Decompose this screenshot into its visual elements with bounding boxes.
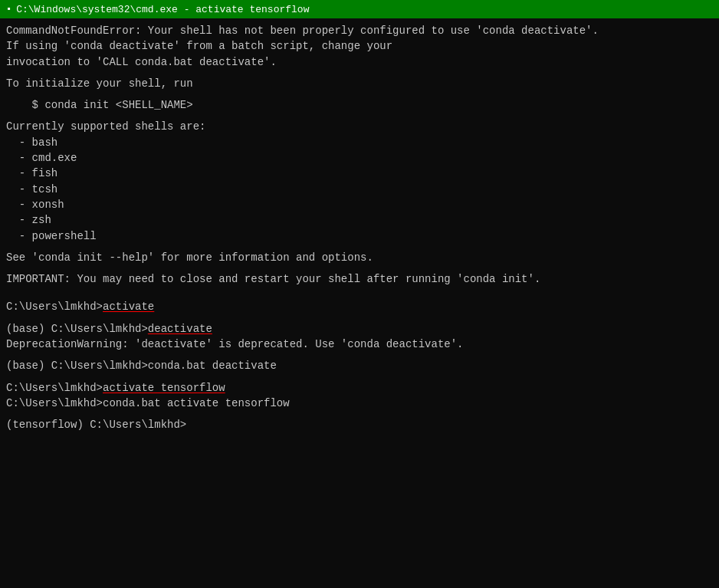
- terminal-line: To initialize your shell, run: [6, 76, 713, 91]
- terminal-line: $ conda init <SHELL_NAME>: [6, 97, 713, 113]
- terminal-line: DeprecationWarning: 'deactivate' is depr…: [6, 337, 713, 352]
- terminal-spacer: [6, 315, 713, 321]
- terminal-spacer: [6, 411, 713, 417]
- terminal-line: C:\Users\lmkhd>activate: [6, 299, 713, 314]
- terminal-spacer: [6, 287, 713, 293]
- terminal-line: CommandNotFoundError: Your shell has not…: [6, 23, 713, 38]
- terminal-line: (base) C:\Users\lmkhd>deactivate: [6, 321, 713, 337]
- terminal-spacer: [6, 91, 713, 97]
- prompt-text: (base) C:\Users\lmkhd>: [6, 323, 148, 335]
- terminal-line: (base) C:\Users\lmkhd>conda.bat deactiva…: [6, 358, 713, 373]
- terminal-line: - tcsh: [6, 182, 713, 197]
- terminal-spacer: [6, 374, 713, 380]
- terminal-spacer: [6, 70, 713, 76]
- title-bar-icon: ▪: [6, 4, 11, 15]
- terminal-line: See 'conda init --help' for more informa…: [6, 250, 713, 265]
- terminal-spacer: [6, 265, 713, 271]
- prompt-text: C:\Users\lmkhd>: [6, 301, 103, 313]
- terminal-line: - fish: [6, 166, 713, 181]
- terminal-line: - xonsh: [6, 197, 713, 212]
- terminal-spacer: [6, 293, 713, 299]
- terminal-line: - cmd.exe: [6, 150, 713, 166]
- terminal-line: C:\Users\lmkhd>activate tensorflow: [6, 380, 713, 396]
- terminal-line: - bash: [6, 135, 713, 150]
- terminal-line: If using 'conda deactivate' from a batch…: [6, 38, 713, 54]
- terminal-line: invocation to 'CALL conda.bat deactivate…: [6, 54, 713, 70]
- terminal-spacer: [6, 244, 713, 250]
- terminal-line: IMPORTANT: You may need to close and res…: [6, 271, 713, 287]
- prompt-text: C:\Users\lmkhd>: [6, 382, 103, 394]
- terminal-line: - zsh: [6, 212, 713, 228]
- terminal-line: - powershell: [6, 228, 713, 244]
- terminal-line: Currently supported shells are:: [6, 119, 713, 134]
- command-text: activate tensorflow: [103, 382, 225, 394]
- terminal[interactable]: CommandNotFoundError: Your shell has not…: [0, 18, 719, 588]
- title-bar: ▪ C:\Windows\system32\cmd.exe - activate…: [0, 0, 719, 18]
- title-bar-text: C:\Windows\system32\cmd.exe - activate t…: [16, 4, 309, 15]
- terminal-line: (tensorflow) C:\Users\lmkhd>: [6, 417, 713, 432]
- terminal-spacer: [6, 352, 713, 358]
- command-text: deactivate: [148, 323, 212, 335]
- terminal-line: C:\Users\lmkhd>conda.bat activate tensor…: [6, 396, 713, 411]
- command-text: activate: [103, 301, 154, 313]
- terminal-spacer: [6, 113, 713, 119]
